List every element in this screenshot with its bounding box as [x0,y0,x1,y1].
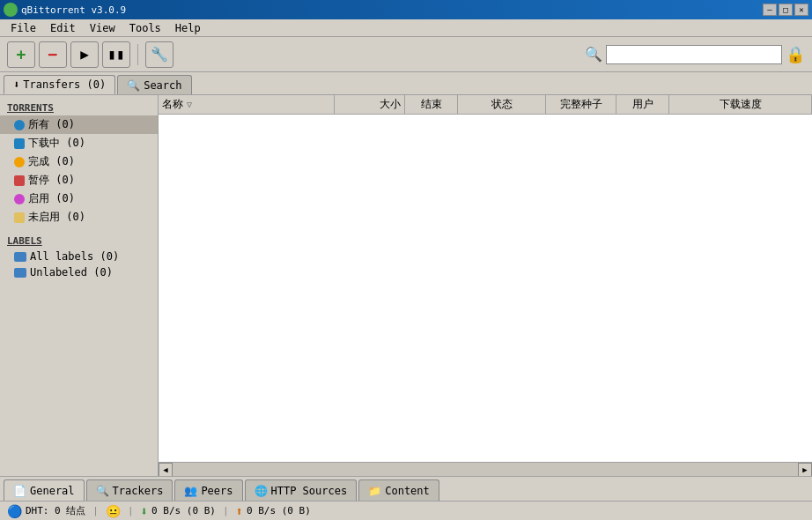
sidebar-item-downloading[interactable]: 下载中 (0) [0,134,158,152]
content-tab-icon: 📁 [368,485,381,497]
torrents-section-title: Torrents [0,99,158,115]
col-speed[interactable]: 下载速度 [669,95,812,114]
scroll-track[interactable] [173,463,798,477]
col-eta-label: 结束 [421,97,442,112]
dht-icon: 🔵 [7,504,22,518]
toolbar: + − ▶ ▮▮ 🔧 🔍 🔒 [0,37,812,72]
sidebar-item-unlabeled[interactable]: Unlabeled (0) [0,264,158,280]
person-icon: 😐 [106,504,121,518]
resume-button[interactable]: ▶ [70,41,99,68]
col-seeds[interactable]: 完整种子 [546,95,616,114]
play-icon: ▶ [80,46,89,63]
dl-rate-text: 0 B/s (0 B) [151,505,216,516]
horizontal-scrollbar[interactable]: ◀ ▶ [159,462,812,476]
remove-torrent-button[interactable]: − [39,41,67,68]
maximize-button[interactable]: □ [779,4,793,16]
torrent-table: 名称 ▽ 大小 结束 状态 完整种子 用户 [159,95,812,476]
bottom-tab-bar: 📄 General 🔍 Trackers 👥 Peers 🌐 HTTP Sour… [0,476,812,501]
downloading-icon [14,138,25,149]
scroll-right-button[interactable]: ▶ [798,463,812,477]
search-input[interactable] [606,45,782,64]
col-peers-label: 用户 [632,97,653,112]
sidebar-item-all[interactable]: 所有 (0) [0,115,158,134]
folder-all-icon [14,252,26,262]
menu-view[interactable]: View [83,20,122,36]
col-status[interactable]: 状态 [458,95,546,114]
peers-tab-icon: 👥 [184,485,197,497]
minimize-button[interactable]: — [763,4,777,16]
transfers-tab-label: Transfers (0) [23,78,106,91]
sidebar-all-label: 所有 (0) [28,117,75,132]
sidebar-item-paused[interactable]: 暂停 (0) [0,171,158,189]
scroll-left-button[interactable]: ◀ [159,463,173,477]
add-torrent-button[interactable]: + [7,41,35,68]
ul-status: ⬆ 0 B/s (0 B) [236,504,311,518]
paused-icon [14,175,25,186]
bottom-tab-http-sources[interactable]: 🌐 HTTP Sources [245,479,358,501]
toolbar-separator [137,44,138,65]
sidebar-item-inactive[interactable]: 未启用 (0) [0,208,158,227]
status-bar: 🔵 DHT: 0 结点 | 😐 | ⬇ 0 B/s (0 B) | ⬆ 0 B/… [0,501,812,520]
app-icon [4,3,18,17]
dht-status: 🔵 DHT: 0 结点 [7,504,85,518]
lock-icon: 🔒 [786,45,805,63]
bottom-tab-trackers[interactable]: 🔍 Trackers [86,479,173,501]
all-icon [14,120,25,130]
col-eta[interactable]: 结束 [405,95,458,114]
remove-icon: − [48,45,58,63]
col-name[interactable]: 名称 ▽ [159,95,335,114]
col-status-label: 状态 [491,97,513,112]
col-seeds-label: 完整种子 [560,97,602,112]
wrench-icon: 🔧 [151,46,168,63]
sidebar-inactive-label: 未启用 (0) [28,210,85,225]
search-icon: 🔍 [585,46,602,63]
title-buttons: — □ ✕ [763,4,808,16]
sidebar-complete-label: 完成 (0) [28,154,75,169]
title-text: qBittorrent v3.0.9 [21,4,126,16]
col-peers[interactable]: 用户 [616,95,669,114]
main-tab-bar: ⬇ Transfers (0) 🔍 Search [0,72,812,95]
separator-3: | [223,505,229,516]
http-tab-label: HTTP Sources [271,485,348,497]
transfers-tab-icon: ⬇ [13,78,19,91]
bottom-tab-general[interactable]: 📄 General [4,479,85,501]
search-area: 🔍 🔒 [585,45,805,64]
sidebar-item-active[interactable]: 启用 (0) [0,189,158,208]
pause-button[interactable]: ▮▮ [102,41,130,68]
menu-edit[interactable]: Edit [43,20,83,36]
col-size[interactable]: 大小 [335,95,405,114]
upload-icon: ⬆ [236,504,243,518]
tab-transfers[interactable]: ⬇ Transfers (0) [4,75,115,94]
complete-icon [14,157,25,167]
sort-arrow: ▽ [187,100,192,109]
menu-help[interactable]: Help [168,20,208,36]
general-tab-icon: 📄 [13,485,26,497]
options-button[interactable]: 🔧 [145,41,173,68]
sidebar-item-complete[interactable]: 完成 (0) [0,152,158,171]
folder-unlabeled-icon [14,268,26,278]
search-tab-label: Search [144,79,181,92]
sidebar-all-labels-label: All labels (0) [30,250,119,263]
separator-2: | [128,505,134,516]
close-button[interactable]: ✕ [794,4,808,16]
menu-file[interactable]: File [4,20,43,36]
add-icon: + [17,45,26,63]
content-area: Torrents 所有 (0) 下载中 (0) 完成 (0) 暂停 (0) 启用… [0,95,812,476]
table-header: 名称 ▽ 大小 结束 状态 完整种子 用户 [159,95,812,115]
menu-tools[interactable]: Tools [122,20,168,36]
col-speed-label: 下载速度 [720,97,762,112]
bottom-tab-peers[interactable]: 👥 Peers [174,479,242,501]
tab-search[interactable]: 🔍 Search [117,75,191,94]
inactive-icon [14,212,25,223]
col-size-label: 大小 [380,97,401,112]
trackers-tab-label: Trackers [113,485,164,497]
sidebar-item-all-labels[interactable]: All labels (0) [0,249,158,264]
table-body [159,115,812,462]
active-icon [14,194,25,204]
trackers-tab-icon: 🔍 [96,485,109,497]
labels-section-title: Labels [0,232,158,249]
bottom-tab-content[interactable]: 📁 Content [358,479,439,501]
title-bar-left: qBittorrent v3.0.9 [4,3,126,17]
menu-bar: File Edit View Tools Help [0,19,812,37]
pause-icon: ▮▮ [107,46,124,63]
